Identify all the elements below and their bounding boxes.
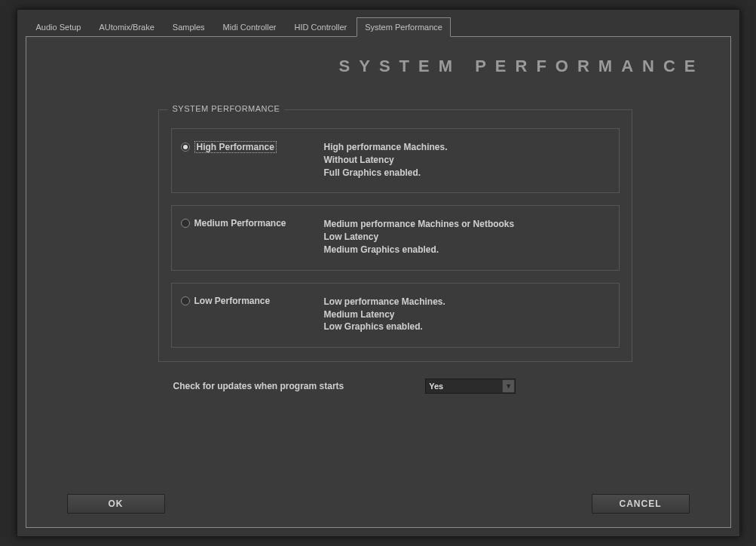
update-check-value: Yes (429, 382, 443, 391)
option-medium-performance[interactable]: Medium Performance Medium performance Ma… (171, 205, 620, 270)
update-check-row: Check for updates when program starts Ye… (173, 379, 632, 394)
option-medium-desc: Medium performance Machines or NetbooksL… (324, 218, 515, 256)
tab-bar: Audio Setup AUtomix/Brake Samples Midi C… (17, 10, 739, 37)
radio-low-wrap[interactable]: Low Performance (181, 296, 324, 306)
option-high-performance[interactable]: High Performance High performance Machin… (171, 128, 620, 193)
chevron-down-icon[interactable]: ▼ (502, 379, 515, 393)
cancel-button[interactable]: CANCEL (592, 494, 690, 514)
option-high-desc: High performance Machines.Without Latenc… (324, 141, 448, 179)
option-low-performance[interactable]: Low Performance Low performance Machines… (171, 283, 620, 348)
dialog-button-bar: OK CANCEL (26, 494, 730, 514)
ok-button[interactable]: OK (67, 494, 165, 514)
update-check-label: Check for updates when program starts (173, 381, 344, 391)
tab-hid-controller[interactable]: HID Controller (286, 17, 356, 37)
option-low-desc: Low performance Machines.Medium LatencyL… (324, 296, 445, 333)
tab-midi-controller[interactable]: Midi Controller (215, 17, 285, 37)
tab-samples[interactable]: Samples (164, 17, 213, 37)
radio-high-wrap[interactable]: High Performance (181, 141, 324, 153)
page-title: SYSTEM PERFORMANCE (26, 44, 730, 84)
radio-high[interactable] (181, 143, 190, 152)
radio-medium-label: Medium Performance (194, 218, 286, 229)
tab-system-performance[interactable]: System Performance (357, 17, 451, 37)
settings-dialog: Audio Setup AUtomix/Brake Samples Midi C… (17, 9, 740, 537)
group-legend: SYSTEM PERFORMANCE (168, 104, 285, 113)
radio-low[interactable] (181, 296, 190, 305)
tab-content: SYSTEM PERFORMANCE SYSTEM PERFORMANCE Hi… (26, 36, 731, 528)
update-check-select[interactable]: Yes ▼ (425, 379, 516, 394)
performance-group: SYSTEM PERFORMANCE High Performance High… (158, 109, 632, 362)
radio-medium-wrap[interactable]: Medium Performance (181, 218, 324, 229)
radio-medium[interactable] (181, 219, 190, 228)
tab-audio-setup[interactable]: Audio Setup (28, 17, 90, 37)
radio-low-label: Low Performance (194, 296, 271, 306)
radio-high-label: High Performance (194, 141, 277, 153)
tab-automix-brake[interactable]: AUtomix/Brake (90, 17, 162, 37)
